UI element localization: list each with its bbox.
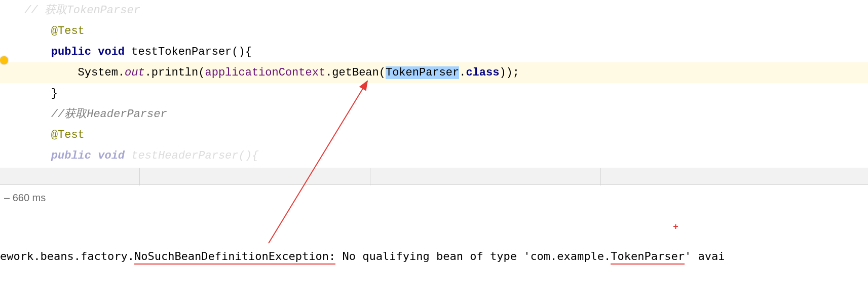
toolbar-strip [0, 168, 868, 185]
toolbar-separator [600, 168, 601, 185]
code-line-annotation: @Test [0, 21, 868, 42]
console-output[interactable]: ework.beans.factory.NoSuchBeanDefinition… [0, 223, 868, 277]
code-editor[interactable]: // 获取TokenParser @Test public void testT… [0, 0, 868, 166]
test-annotation: @Test [51, 25, 85, 37]
plus-annotation-marker: + [673, 222, 678, 232]
test-run-duration: – 660 ms [0, 190, 50, 206]
code-line-comment-cutoff: // 获取TokenParser [0, 0, 868, 21]
lightbulb-icon[interactable] [0, 56, 8, 64]
exception-line: ework.beans.factory.NoSuchBeanDefinition… [0, 248, 868, 265]
code-line-annotation-2: @Test [0, 125, 868, 145]
selected-class-token[interactable]: TokenParser [386, 66, 459, 79]
code-line-method-sig-2: public void testHeaderParser(){ [0, 145, 868, 166]
code-line-closing-brace: } [0, 83, 868, 104]
code-line-method-sig: public void testTokenParser(){ [0, 42, 868, 62]
exception-name-underlined: NoSuchBeanDefinitionException: [134, 250, 335, 265]
highlighted-code-line[interactable]: System.out.println(applicationContext.ge… [0, 62, 868, 83]
code-line-comment: //获取HeaderParser [0, 104, 868, 125]
missing-bean-class-underlined: TokenParser [611, 250, 685, 265]
toolbar-separator [139, 168, 140, 185]
toolbar-separator [370, 168, 370, 185]
